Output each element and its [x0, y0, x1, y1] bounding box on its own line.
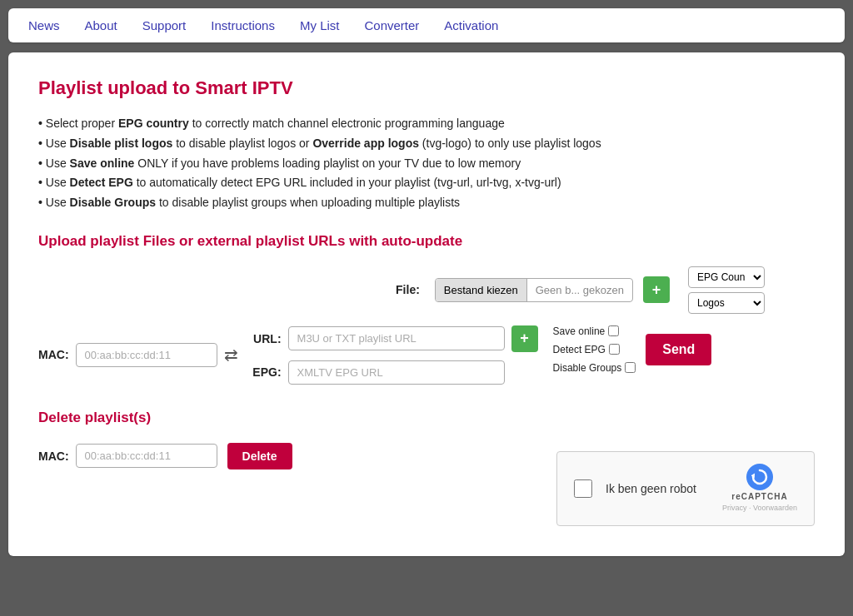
epg-country-select[interactable]: EPG Coun Auto None	[688, 266, 765, 288]
send-button[interactable]: Send	[646, 334, 711, 365]
bullet-4: Use Detect EPG to automatically detect E…	[38, 173, 815, 193]
url-input[interactable]	[288, 326, 505, 350]
instructions-list: Select proper EPG country to correctly m…	[38, 114, 815, 213]
add-url-button[interactable]: +	[511, 325, 538, 352]
nav-converter[interactable]: Converter	[364, 18, 419, 32]
bullet-1: Select proper EPG country to correctly m…	[38, 114, 815, 134]
nav-support[interactable]: Support	[142, 18, 187, 32]
page-title: Playlist upload to Smart IPTV	[38, 77, 815, 99]
delete-mac-label: MAC:	[38, 450, 69, 463]
nav-instructions[interactable]: Instructions	[211, 18, 275, 32]
captcha-checkbox[interactable]	[574, 479, 592, 498]
bullet-5: Use Disable Groups to disable playlist g…	[38, 193, 815, 213]
detect-epg-label: Detect EPG	[553, 344, 606, 355]
detect-epg-checkbox[interactable]	[609, 344, 620, 355]
captcha-label: Ik ben geen robot	[606, 482, 709, 495]
bottom-area: MAC: Delete Ik ben geen robot reCAPTCHA	[38, 443, 815, 526]
delete-row: MAC: Delete	[38, 443, 292, 469]
epg-label: EPG:	[248, 365, 282, 379]
epg-url-input[interactable]	[288, 360, 505, 385]
delete-section-title: Delete playlist(s)	[38, 410, 815, 426]
upload-section-title: Upload playlist Files or external playli…	[38, 233, 815, 250]
recaptcha-links: Privacy · Voorwaarden	[722, 503, 797, 514]
add-file-button[interactable]: +	[643, 276, 670, 303]
file-name-display: Geen b... gekozen	[527, 279, 632, 301]
choose-file-button[interactable]: Bestand kiezen	[436, 279, 527, 301]
url-label: URL:	[248, 332, 282, 345]
delete-section: Delete playlist(s) MAC: Delete Ik ben ge…	[38, 410, 815, 526]
file-label: File:	[396, 283, 420, 296]
detect-epg-row: Detect EPG	[553, 344, 636, 355]
bullet-2: Use Disable plist logos to disable playl…	[38, 134, 815, 154]
save-online-row: Save online	[553, 325, 636, 337]
save-online-label: Save online	[553, 325, 606, 337]
disable-groups-row: Disable Groups	[553, 362, 636, 374]
main-card: Playlist upload to Smart IPTV Select pro…	[8, 52, 845, 556]
file-input-area[interactable]: Bestand kiezen Geen b... gekozen	[435, 278, 633, 302]
swap-icon[interactable]: ⇄	[224, 345, 238, 365]
upload-section: Upload playlist Files or external playli…	[38, 233, 815, 385]
captcha-box: Ik ben geen robot reCAPTCHA Privacy · Vo…	[556, 451, 815, 526]
disable-groups-checkbox[interactable]	[625, 362, 636, 373]
save-online-checkbox[interactable]	[608, 325, 619, 336]
disable-groups-label: Disable Groups	[553, 362, 622, 374]
mac-label: MAC:	[38, 348, 69, 361]
options-checkboxes: Save online Detect EPG Disable Groups	[553, 325, 636, 374]
bullet-3: Use Save online ONLY if you have problem…	[38, 154, 815, 174]
nav-mylist[interactable]: My List	[300, 18, 340, 32]
recaptcha-icon	[746, 464, 773, 490]
epg-logos-selects: EPG Coun Auto None Logos No Logos Overri…	[688, 266, 765, 314]
logos-select[interactable]: Logos No Logos Override	[688, 292, 765, 314]
nav-news[interactable]: News	[28, 18, 60, 32]
delete-button[interactable]: Delete	[227, 443, 292, 469]
navigation-bar: News About Support Instructions My List …	[8, 8, 845, 42]
mac-input[interactable]	[76, 343, 217, 367]
nav-about[interactable]: About	[85, 18, 117, 32]
nav-activation[interactable]: Activation	[444, 18, 498, 32]
recaptcha-brand: reCAPTCHA	[731, 492, 787, 501]
recaptcha-logo: reCAPTCHA Privacy · Voorwaarden	[722, 464, 797, 514]
delete-mac-input[interactable]	[76, 444, 217, 468]
